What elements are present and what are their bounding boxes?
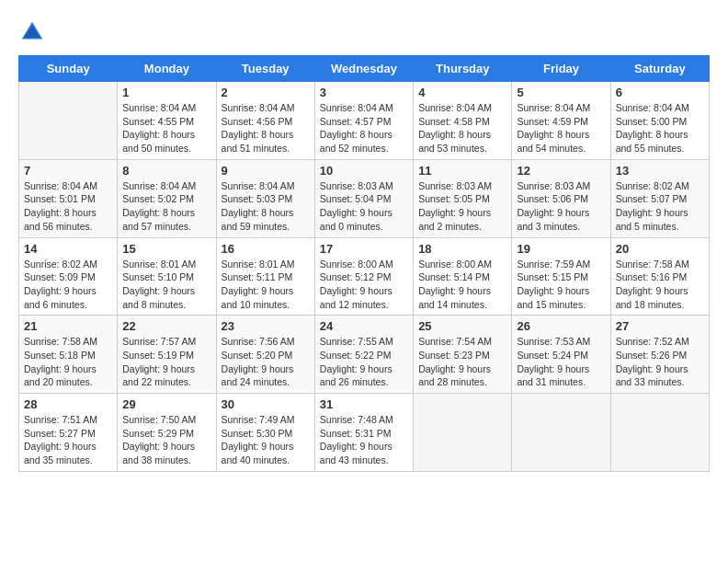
day-cell: 31Sunrise: 7:48 AMSunset: 5:31 PMDayligh… <box>314 394 413 472</box>
day-info: Sunrise: 8:04 AMSunset: 5:00 PMDaylight:… <box>616 101 704 155</box>
day-info: Sunrise: 7:53 AMSunset: 5:24 PMDaylight:… <box>517 335 605 389</box>
day-info: Sunrise: 8:04 AMSunset: 5:03 PMDaylight:… <box>222 179 310 234</box>
day-number: 4 <box>418 86 506 99</box>
day-info: Sunrise: 7:51 AMSunset: 5:27 PMDaylight:… <box>24 413 112 467</box>
day-number: 29 <box>122 397 210 411</box>
day-info: Sunrise: 7:57 AMSunset: 5:19 PMDaylight:… <box>122 335 210 389</box>
week-row-3: 14Sunrise: 8:02 AMSunset: 5:09 PMDayligh… <box>19 237 710 316</box>
week-row-4: 21Sunrise: 7:58 AMSunset: 5:18 PMDayligh… <box>19 316 710 394</box>
day-info: Sunrise: 7:58 AMSunset: 5:16 PMDaylight:… <box>616 258 704 312</box>
day-number: 23 <box>222 319 310 333</box>
day-info: Sunrise: 7:54 AMSunset: 5:23 PMDaylight:… <box>418 335 506 389</box>
day-info: Sunrise: 8:04 AMSunset: 5:01 PMDaylight:… <box>24 179 112 234</box>
day-cell: 14Sunrise: 8:02 AMSunset: 5:09 PMDayligh… <box>19 237 118 316</box>
day-info: Sunrise: 8:04 AMSunset: 4:58 PMDaylight:… <box>418 101 506 155</box>
day-cell: 26Sunrise: 7:53 AMSunset: 5:24 PMDayligh… <box>512 316 610 394</box>
week-row-2: 7Sunrise: 8:04 AMSunset: 5:01 PMDaylight… <box>19 159 710 237</box>
day-info: Sunrise: 8:01 AMSunset: 5:11 PMDaylight:… <box>222 258 310 312</box>
day-cell: 8Sunrise: 8:04 AMSunset: 5:02 PMDaylight… <box>118 159 216 237</box>
day-cell: 27Sunrise: 7:52 AMSunset: 5:26 PMDayligh… <box>610 316 709 394</box>
day-number: 25 <box>418 319 506 333</box>
day-info: Sunrise: 8:04 AMSunset: 4:56 PMDaylight:… <box>222 101 310 155</box>
day-number: 24 <box>320 319 408 333</box>
day-cell: 10Sunrise: 8:03 AMSunset: 5:04 PMDayligh… <box>314 159 413 237</box>
day-info: Sunrise: 7:55 AMSunset: 5:22 PMDaylight:… <box>320 335 408 389</box>
day-number: 1 <box>122 86 210 99</box>
day-cell: 6Sunrise: 8:04 AMSunset: 5:00 PMDaylight… <box>610 82 709 160</box>
day-cell: 5Sunrise: 8:04 AMSunset: 4:59 PMDaylight… <box>512 82 610 160</box>
day-cell: 24Sunrise: 7:55 AMSunset: 5:22 PMDayligh… <box>314 316 413 394</box>
day-cell: 17Sunrise: 8:00 AMSunset: 5:12 PMDayligh… <box>314 237 413 316</box>
day-cell: 3Sunrise: 8:04 AMSunset: 4:57 PMDaylight… <box>314 82 413 160</box>
day-info: Sunrise: 8:03 AMSunset: 5:06 PMDaylight:… <box>517 179 605 234</box>
day-cell: 7Sunrise: 8:04 AMSunset: 5:01 PMDaylight… <box>19 159 118 237</box>
day-number: 2 <box>222 86 310 99</box>
header-friday: Friday <box>512 56 610 82</box>
day-info: Sunrise: 7:58 AMSunset: 5:18 PMDaylight:… <box>24 335 112 389</box>
day-info: Sunrise: 8:04 AMSunset: 4:55 PMDaylight:… <box>122 101 210 155</box>
header-thursday: Thursday <box>414 56 512 82</box>
day-number: 11 <box>418 164 506 178</box>
day-cell: 4Sunrise: 8:04 AMSunset: 4:58 PMDaylight… <box>414 82 512 160</box>
day-cell: 2Sunrise: 8:04 AMSunset: 4:56 PMDaylight… <box>216 82 314 160</box>
day-info: Sunrise: 7:56 AMSunset: 5:20 PMDaylight:… <box>222 335 310 389</box>
calendar-table: SundayMondayTuesdayWednesdayThursdayFrid… <box>18 55 710 472</box>
day-number: 26 <box>517 319 605 333</box>
day-cell: 12Sunrise: 8:03 AMSunset: 5:06 PMDayligh… <box>512 159 610 237</box>
week-row-5: 28Sunrise: 7:51 AMSunset: 5:27 PMDayligh… <box>19 394 710 472</box>
day-number: 30 <box>222 397 310 411</box>
day-info: Sunrise: 7:48 AMSunset: 5:31 PMDaylight:… <box>320 413 408 467</box>
day-cell: 9Sunrise: 8:04 AMSunset: 5:03 PMDaylight… <box>216 159 314 237</box>
logo-icon <box>18 18 46 46</box>
day-cell: 16Sunrise: 8:01 AMSunset: 5:11 PMDayligh… <box>216 237 314 316</box>
day-number: 17 <box>320 242 408 256</box>
header-wednesday: Wednesday <box>314 56 413 82</box>
day-number: 14 <box>24 242 112 256</box>
day-number: 21 <box>24 319 112 333</box>
day-cell: 28Sunrise: 7:51 AMSunset: 5:27 PMDayligh… <box>19 394 118 472</box>
day-number: 13 <box>616 164 704 178</box>
day-info: Sunrise: 8:04 AMSunset: 4:59 PMDaylight:… <box>517 101 605 155</box>
day-cell: 20Sunrise: 7:58 AMSunset: 5:16 PMDayligh… <box>610 237 709 316</box>
day-info: Sunrise: 8:00 AMSunset: 5:14 PMDaylight:… <box>418 258 506 312</box>
header-tuesday: Tuesday <box>216 56 314 82</box>
day-cell <box>414 394 512 472</box>
header-sunday: Sunday <box>19 56 118 82</box>
day-cell <box>19 82 118 160</box>
day-info: Sunrise: 7:50 AMSunset: 5:29 PMDaylight:… <box>122 413 210 467</box>
day-info: Sunrise: 8:02 AMSunset: 5:07 PMDaylight:… <box>616 179 704 234</box>
day-number: 12 <box>517 164 605 178</box>
day-number: 8 <box>122 164 210 178</box>
day-cell <box>610 394 709 472</box>
day-info: Sunrise: 8:04 AMSunset: 4:57 PMDaylight:… <box>320 101 408 155</box>
day-info: Sunrise: 8:02 AMSunset: 5:09 PMDaylight:… <box>24 258 112 312</box>
day-info: Sunrise: 8:01 AMSunset: 5:10 PMDaylight:… <box>122 258 210 312</box>
day-info: Sunrise: 8:04 AMSunset: 5:02 PMDaylight:… <box>122 179 210 234</box>
day-cell: 1Sunrise: 8:04 AMSunset: 4:55 PMDaylight… <box>118 82 216 160</box>
header-saturday: Saturday <box>610 56 709 82</box>
day-cell: 22Sunrise: 7:57 AMSunset: 5:19 PMDayligh… <box>118 316 216 394</box>
day-cell: 19Sunrise: 7:59 AMSunset: 5:15 PMDayligh… <box>512 237 610 316</box>
day-cell <box>512 394 610 472</box>
logo <box>18 18 48 46</box>
day-info: Sunrise: 7:49 AMSunset: 5:30 PMDaylight:… <box>222 413 310 467</box>
day-number: 9 <box>222 164 310 178</box>
day-number: 20 <box>616 242 704 256</box>
day-cell: 29Sunrise: 7:50 AMSunset: 5:29 PMDayligh… <box>118 394 216 472</box>
day-number: 3 <box>320 86 408 99</box>
day-cell: 25Sunrise: 7:54 AMSunset: 5:23 PMDayligh… <box>414 316 512 394</box>
day-number: 18 <box>418 242 506 256</box>
day-cell: 23Sunrise: 7:56 AMSunset: 5:20 PMDayligh… <box>216 316 314 394</box>
day-number: 19 <box>517 242 605 256</box>
day-cell: 18Sunrise: 8:00 AMSunset: 5:14 PMDayligh… <box>414 237 512 316</box>
day-info: Sunrise: 8:03 AMSunset: 5:04 PMDaylight:… <box>320 179 408 234</box>
day-number: 28 <box>24 397 112 411</box>
day-info: Sunrise: 7:52 AMSunset: 5:26 PMDaylight:… <box>616 335 704 389</box>
day-cell: 13Sunrise: 8:02 AMSunset: 5:07 PMDayligh… <box>610 159 709 237</box>
day-info: Sunrise: 8:00 AMSunset: 5:12 PMDaylight:… <box>320 258 408 312</box>
page-header <box>18 18 710 46</box>
day-number: 16 <box>222 242 310 256</box>
day-cell: 21Sunrise: 7:58 AMSunset: 5:18 PMDayligh… <box>19 316 118 394</box>
day-cell: 11Sunrise: 8:03 AMSunset: 5:05 PMDayligh… <box>414 159 512 237</box>
day-cell: 30Sunrise: 7:49 AMSunset: 5:30 PMDayligh… <box>216 394 314 472</box>
